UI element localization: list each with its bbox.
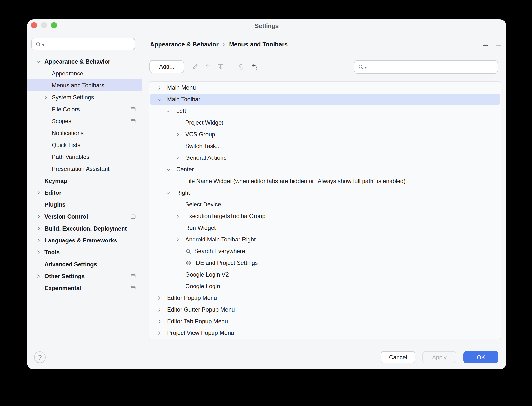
tree-row[interactable]: Editor Gutter Popup Menu [149,304,501,315]
sidebar-item[interactable]: File Colors [27,103,142,115]
chevron-right-icon[interactable] [174,213,180,219]
tree-row[interactable]: Right [149,187,501,199]
title-bar[interactable]: Settings [27,19,506,32]
chevron-down-icon[interactable] [42,44,44,46]
chevron-right-icon[interactable] [35,190,41,196]
tree-row[interactable]: General Actions [149,152,501,164]
chevron-right-icon[interactable] [42,94,49,101]
sidebar-item[interactable]: Scopes [27,115,142,127]
sidebar-item[interactable]: System Settings [27,91,142,103]
chevron-down-icon[interactable] [156,96,162,102]
tree-row[interactable]: Android Main Toolbar Right [149,234,501,245]
sidebar-item[interactable]: Tools [27,246,142,258]
breadcrumb: Appearance & Behavior › Menus and Toolba… [150,38,288,50]
sidebar-item[interactable]: Path Variables [27,151,142,163]
sidebar-item-label: Quick Lists [52,142,80,148]
zoom-window-button[interactable] [51,22,57,28]
back-arrow-icon[interactable]: ← [481,39,489,49]
chevron-right-icon[interactable] [35,237,41,244]
tree-row[interactable]: Center [149,164,501,175]
chevron-right-icon[interactable] [35,225,41,232]
sidebar-search-input[interactable] [44,38,135,50]
chevron-down-icon[interactable] [165,190,171,196]
chevron-right-icon[interactable] [174,131,180,138]
chevron-right-icon[interactable] [156,306,162,313]
twisty-spacer [42,70,49,77]
tree-row[interactable]: IDE and Project Settings [149,257,501,269]
search-icon [185,248,192,255]
chevron-right-icon[interactable] [35,273,41,279]
tree-row[interactable]: Switch Task... [149,140,501,152]
tree-row[interactable]: Google Login [149,280,501,292]
tree-row[interactable]: File Name Widget (when editor tabs are h… [149,175,501,187]
twisty-spacer [42,106,49,112]
add-button[interactable]: Add... [149,60,184,73]
tree-row[interactable]: Search Everywhere [149,245,501,257]
sidebar-item[interactable]: Build, Execution, Deployment [27,222,142,234]
sidebar-item[interactable]: Presentation Assistant [27,163,142,175]
tree-row[interactable]: Project Widget [149,117,501,129]
twisty-spacer [42,154,49,160]
actions-search-input[interactable] [367,61,498,73]
sidebar-item[interactable]: Plugins [27,199,142,211]
sidebar-item[interactable]: Notifications [27,127,142,139]
sidebar-item[interactable]: Experimental [27,282,142,294]
twisty-spacer [174,225,180,231]
sidebar-item-label: Experimental [44,285,81,292]
tree-row[interactable]: Project View Popup Menu [149,327,501,339]
twisty-spacer [174,143,180,149]
tree-row[interactable]: Main Menu [149,82,501,93]
cancel-button[interactable]: Cancel [381,351,415,363]
actions-search-box[interactable] [354,60,498,74]
sidebar-item[interactable]: Keymap [27,175,142,187]
sidebar-item[interactable]: Appearance [27,67,142,79]
tree-row[interactable]: Main Toolbar [149,93,501,105]
chevron-down-icon[interactable] [165,166,171,173]
chevron-right-icon[interactable] [174,155,180,161]
sidebar-item[interactable]: Quick Lists [27,139,142,151]
sidebar-item[interactable]: Languages & Frameworks [27,234,142,246]
tree-row[interactable]: Run Widget [149,222,501,234]
minimize-window-button[interactable] [41,22,47,28]
chevron-right-icon[interactable] [156,330,162,336]
tree-row[interactable]: Google Login V2 [149,269,501,280]
settings-category-list: Appearance & BehaviorAppearanceMenus and… [27,55,142,294]
tree-row[interactable]: Left [149,105,501,117]
forward-arrow-icon[interactable]: → [495,39,503,49]
sidebar-item-label: System Settings [52,94,94,101]
tree-row[interactable]: VCS Group [149,129,501,140]
breadcrumb-parent[interactable]: Appearance & Behavior [150,41,219,48]
tree-row-label: Main Menu [167,84,196,91]
tree-row-label: Editor Tab Popup Menu [167,318,228,325]
sidebar-item[interactable]: Menus and Toolbars [27,79,142,91]
sidebar-item[interactable]: Editor [27,187,142,199]
chevron-right-icon[interactable] [156,295,162,301]
sidebar-item-label: Path Variables [52,154,89,160]
chevron-right-icon[interactable] [35,249,41,256]
sidebar-search-box[interactable] [31,38,135,50]
sidebar-item[interactable]: Version Control [27,211,142,222]
chevron-right-icon[interactable] [35,213,41,220]
sidebar-item-label: Notifications [52,130,84,137]
chevron-down-icon[interactable] [35,58,41,65]
apply-button[interactable]: Apply [422,351,456,363]
sidebar-item-label: Menus and Toolbars [52,82,104,89]
tree-row[interactable]: Editor Popup Menu [149,292,501,304]
chevron-right-icon[interactable] [156,84,162,91]
sidebar-item[interactable]: Other Settings [27,270,142,282]
revert-undo-icon[interactable] [250,63,258,71]
project-window-icon [130,106,136,112]
toolbar-icons [191,60,258,73]
chevron-down-icon[interactable] [364,67,367,69]
ok-button[interactable]: OK [463,351,498,363]
help-button[interactable]: ? [34,351,46,363]
tree-row[interactable]: Select Device [149,199,501,210]
chevron-right-icon[interactable] [174,236,180,243]
tree-row[interactable]: ExecutionTargetsToolbarGroup [149,210,501,222]
close-window-button[interactable] [31,22,37,28]
chevron-down-icon[interactable] [165,108,171,114]
sidebar-item[interactable]: Advanced Settings [27,258,142,270]
chevron-right-icon[interactable] [156,318,162,324]
sidebar-item[interactable]: Appearance & Behavior [27,55,142,67]
tree-row[interactable]: Editor Tab Popup Menu [149,315,501,327]
